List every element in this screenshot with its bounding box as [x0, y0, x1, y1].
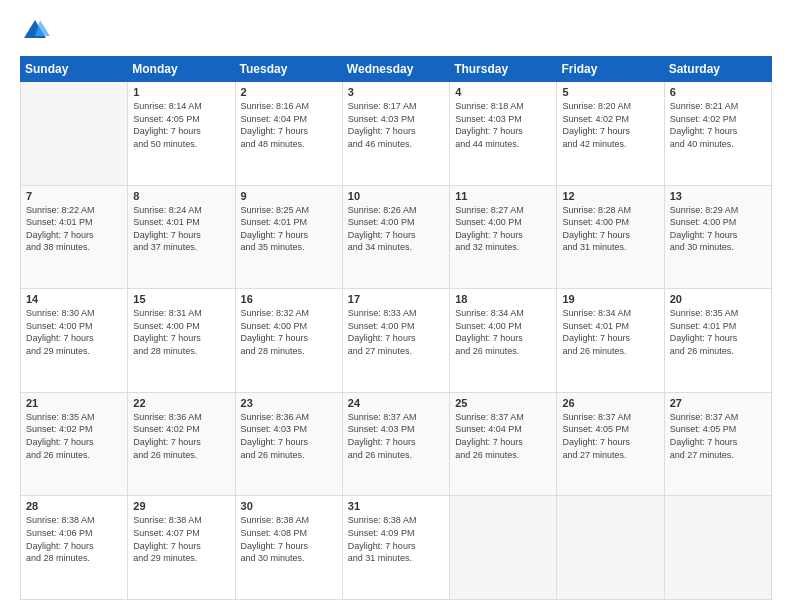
day-info: Sunrise: 8:35 AM Sunset: 4:02 PM Dayligh… [26, 411, 122, 461]
day-info: Sunrise: 8:30 AM Sunset: 4:00 PM Dayligh… [26, 307, 122, 357]
day-info: Sunrise: 8:38 AM Sunset: 4:06 PM Dayligh… [26, 514, 122, 564]
calendar-cell: 4Sunrise: 8:18 AM Sunset: 4:03 PM Daylig… [450, 82, 557, 186]
calendar-cell: 1Sunrise: 8:14 AM Sunset: 4:05 PM Daylig… [128, 82, 235, 186]
day-info: Sunrise: 8:33 AM Sunset: 4:00 PM Dayligh… [348, 307, 444, 357]
calendar-header-thursday: Thursday [450, 57, 557, 82]
day-number: 1 [133, 86, 229, 98]
calendar-cell: 29Sunrise: 8:38 AM Sunset: 4:07 PM Dayli… [128, 496, 235, 600]
day-info: Sunrise: 8:26 AM Sunset: 4:00 PM Dayligh… [348, 204, 444, 254]
logo [20, 16, 54, 46]
day-info: Sunrise: 8:38 AM Sunset: 4:07 PM Dayligh… [133, 514, 229, 564]
day-number: 24 [348, 397, 444, 409]
calendar-cell: 2Sunrise: 8:16 AM Sunset: 4:04 PM Daylig… [235, 82, 342, 186]
calendar-cell: 14Sunrise: 8:30 AM Sunset: 4:00 PM Dayli… [21, 289, 128, 393]
day-info: Sunrise: 8:38 AM Sunset: 4:08 PM Dayligh… [241, 514, 337, 564]
day-info: Sunrise: 8:35 AM Sunset: 4:01 PM Dayligh… [670, 307, 766, 357]
day-number: 12 [562, 190, 658, 202]
calendar-header-saturday: Saturday [664, 57, 771, 82]
calendar-cell [21, 82, 128, 186]
calendar-cell: 30Sunrise: 8:38 AM Sunset: 4:08 PM Dayli… [235, 496, 342, 600]
day-number: 7 [26, 190, 122, 202]
day-info: Sunrise: 8:20 AM Sunset: 4:02 PM Dayligh… [562, 100, 658, 150]
calendar-cell [450, 496, 557, 600]
calendar-cell: 22Sunrise: 8:36 AM Sunset: 4:02 PM Dayli… [128, 392, 235, 496]
day-info: Sunrise: 8:24 AM Sunset: 4:01 PM Dayligh… [133, 204, 229, 254]
day-info: Sunrise: 8:25 AM Sunset: 4:01 PM Dayligh… [241, 204, 337, 254]
calendar-body: 1Sunrise: 8:14 AM Sunset: 4:05 PM Daylig… [21, 82, 772, 600]
calendar-header-wednesday: Wednesday [342, 57, 449, 82]
calendar-cell: 27Sunrise: 8:37 AM Sunset: 4:05 PM Dayli… [664, 392, 771, 496]
day-info: Sunrise: 8:37 AM Sunset: 4:03 PM Dayligh… [348, 411, 444, 461]
day-number: 25 [455, 397, 551, 409]
calendar-cell: 13Sunrise: 8:29 AM Sunset: 4:00 PM Dayli… [664, 185, 771, 289]
day-number: 9 [241, 190, 337, 202]
calendar-cell: 20Sunrise: 8:35 AM Sunset: 4:01 PM Dayli… [664, 289, 771, 393]
day-number: 16 [241, 293, 337, 305]
logo-icon [20, 16, 50, 46]
day-number: 18 [455, 293, 551, 305]
calendar-cell: 25Sunrise: 8:37 AM Sunset: 4:04 PM Dayli… [450, 392, 557, 496]
calendar-cell: 8Sunrise: 8:24 AM Sunset: 4:01 PM Daylig… [128, 185, 235, 289]
day-number: 27 [670, 397, 766, 409]
day-number: 3 [348, 86, 444, 98]
calendar-cell: 7Sunrise: 8:22 AM Sunset: 4:01 PM Daylig… [21, 185, 128, 289]
day-number: 2 [241, 86, 337, 98]
day-number: 13 [670, 190, 766, 202]
calendar-cell: 26Sunrise: 8:37 AM Sunset: 4:05 PM Dayli… [557, 392, 664, 496]
calendar-cell: 11Sunrise: 8:27 AM Sunset: 4:00 PM Dayli… [450, 185, 557, 289]
day-info: Sunrise: 8:37 AM Sunset: 4:05 PM Dayligh… [670, 411, 766, 461]
day-info: Sunrise: 8:37 AM Sunset: 4:04 PM Dayligh… [455, 411, 551, 461]
calendar-week-row: 14Sunrise: 8:30 AM Sunset: 4:00 PM Dayli… [21, 289, 772, 393]
day-info: Sunrise: 8:29 AM Sunset: 4:00 PM Dayligh… [670, 204, 766, 254]
calendar-cell: 19Sunrise: 8:34 AM Sunset: 4:01 PM Dayli… [557, 289, 664, 393]
calendar-table: SundayMondayTuesdayWednesdayThursdayFrid… [20, 56, 772, 600]
calendar-week-row: 28Sunrise: 8:38 AM Sunset: 4:06 PM Dayli… [21, 496, 772, 600]
day-info: Sunrise: 8:36 AM Sunset: 4:03 PM Dayligh… [241, 411, 337, 461]
day-info: Sunrise: 8:22 AM Sunset: 4:01 PM Dayligh… [26, 204, 122, 254]
calendar-cell: 12Sunrise: 8:28 AM Sunset: 4:00 PM Dayli… [557, 185, 664, 289]
calendar-header-tuesday: Tuesday [235, 57, 342, 82]
calendar-week-row: 1Sunrise: 8:14 AM Sunset: 4:05 PM Daylig… [21, 82, 772, 186]
day-info: Sunrise: 8:16 AM Sunset: 4:04 PM Dayligh… [241, 100, 337, 150]
calendar-cell: 21Sunrise: 8:35 AM Sunset: 4:02 PM Dayli… [21, 392, 128, 496]
day-number: 26 [562, 397, 658, 409]
calendar-cell: 3Sunrise: 8:17 AM Sunset: 4:03 PM Daylig… [342, 82, 449, 186]
day-number: 20 [670, 293, 766, 305]
day-info: Sunrise: 8:38 AM Sunset: 4:09 PM Dayligh… [348, 514, 444, 564]
day-number: 4 [455, 86, 551, 98]
calendar-cell [664, 496, 771, 600]
day-number: 15 [133, 293, 229, 305]
calendar-header-monday: Monday [128, 57, 235, 82]
day-number: 28 [26, 500, 122, 512]
day-number: 6 [670, 86, 766, 98]
day-number: 14 [26, 293, 122, 305]
day-number: 19 [562, 293, 658, 305]
day-number: 10 [348, 190, 444, 202]
calendar-cell: 18Sunrise: 8:34 AM Sunset: 4:00 PM Dayli… [450, 289, 557, 393]
calendar-week-row: 21Sunrise: 8:35 AM Sunset: 4:02 PM Dayli… [21, 392, 772, 496]
day-info: Sunrise: 8:18 AM Sunset: 4:03 PM Dayligh… [455, 100, 551, 150]
day-number: 30 [241, 500, 337, 512]
calendar-header-friday: Friday [557, 57, 664, 82]
calendar-cell: 28Sunrise: 8:38 AM Sunset: 4:06 PM Dayli… [21, 496, 128, 600]
day-info: Sunrise: 8:17 AM Sunset: 4:03 PM Dayligh… [348, 100, 444, 150]
day-number: 22 [133, 397, 229, 409]
day-info: Sunrise: 8:31 AM Sunset: 4:00 PM Dayligh… [133, 307, 229, 357]
day-info: Sunrise: 8:21 AM Sunset: 4:02 PM Dayligh… [670, 100, 766, 150]
day-info: Sunrise: 8:14 AM Sunset: 4:05 PM Dayligh… [133, 100, 229, 150]
day-number: 5 [562, 86, 658, 98]
calendar-cell: 24Sunrise: 8:37 AM Sunset: 4:03 PM Dayli… [342, 392, 449, 496]
calendar-cell: 16Sunrise: 8:32 AM Sunset: 4:00 PM Dayli… [235, 289, 342, 393]
day-info: Sunrise: 8:27 AM Sunset: 4:00 PM Dayligh… [455, 204, 551, 254]
day-number: 11 [455, 190, 551, 202]
calendar-cell: 6Sunrise: 8:21 AM Sunset: 4:02 PM Daylig… [664, 82, 771, 186]
day-number: 17 [348, 293, 444, 305]
calendar-cell: 9Sunrise: 8:25 AM Sunset: 4:01 PM Daylig… [235, 185, 342, 289]
day-number: 31 [348, 500, 444, 512]
day-info: Sunrise: 8:36 AM Sunset: 4:02 PM Dayligh… [133, 411, 229, 461]
calendar-week-row: 7Sunrise: 8:22 AM Sunset: 4:01 PM Daylig… [21, 185, 772, 289]
calendar-cell: 15Sunrise: 8:31 AM Sunset: 4:00 PM Dayli… [128, 289, 235, 393]
calendar-cell: 31Sunrise: 8:38 AM Sunset: 4:09 PM Dayli… [342, 496, 449, 600]
calendar-cell: 5Sunrise: 8:20 AM Sunset: 4:02 PM Daylig… [557, 82, 664, 186]
day-info: Sunrise: 8:28 AM Sunset: 4:00 PM Dayligh… [562, 204, 658, 254]
